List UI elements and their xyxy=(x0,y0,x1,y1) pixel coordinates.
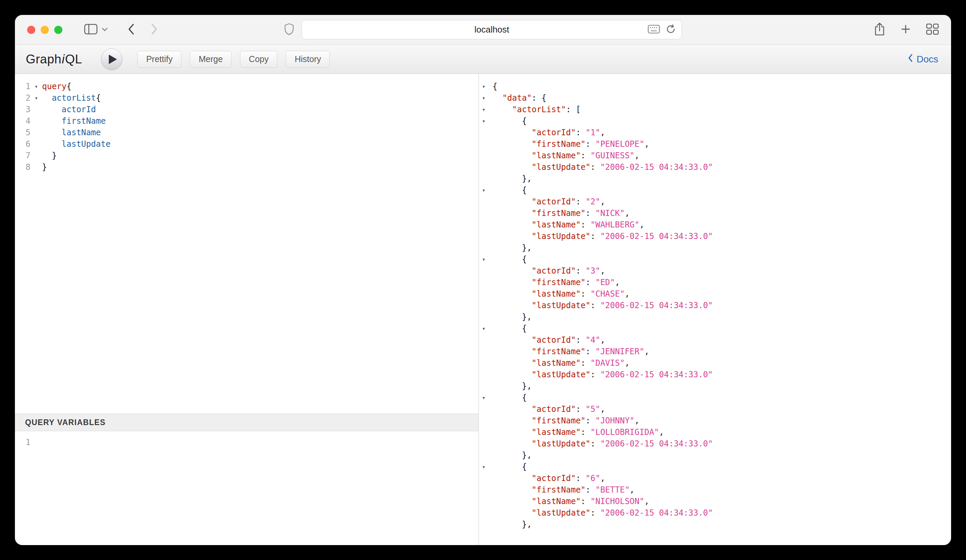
result-text: "lastUpdate": "2006-02-15 04:34:33.0" xyxy=(493,300,713,311)
result-text: "actorList": [ xyxy=(493,104,581,115)
fold-gutter xyxy=(479,196,493,207)
reload-icon[interactable] xyxy=(665,24,676,36)
fold-gutter xyxy=(479,357,493,369)
merge-button[interactable]: Merge xyxy=(190,51,232,68)
line-number: 6 xyxy=(15,138,31,150)
address-bar[interactable]: localhost xyxy=(302,20,682,39)
result-line: "lastName": "CHASE", xyxy=(479,288,951,300)
share-icon xyxy=(874,22,886,37)
zoom-button[interactable] xyxy=(54,26,62,34)
result-line: "lastName": "GUINESS", xyxy=(479,150,951,161)
sidebar-chevron[interactable] xyxy=(102,27,108,33)
result-text: "lastName": "WAHLBERG", xyxy=(493,219,644,230)
back-button[interactable] xyxy=(127,23,135,36)
query-variables-title: QUERY VARIABLES xyxy=(25,418,106,427)
execute-button[interactable] xyxy=(101,48,122,70)
query-variables-header[interactable]: QUERY VARIABLES xyxy=(15,414,478,431)
result-text: "lastUpdate": "2006-02-15 04:34:33.0" xyxy=(493,438,713,450)
fold-gutter xyxy=(479,346,493,357)
result-text: "actorId": "3", xyxy=(493,265,605,277)
browser-window: localhost xyxy=(15,15,951,545)
toolbar-buttons: Prettify Merge Copy History xyxy=(137,51,330,68)
fold-gutter xyxy=(479,473,493,484)
forward-button[interactable] xyxy=(151,23,158,36)
code-text: lastUpdate xyxy=(42,138,110,150)
sidebar-toggle-button[interactable] xyxy=(84,24,98,36)
fold-gutter xyxy=(31,161,42,173)
fold-toggle-icon[interactable]: ▾ xyxy=(479,461,493,473)
url-text: localhost xyxy=(475,25,509,35)
window-controls xyxy=(27,26,62,34)
fold-gutter xyxy=(479,311,493,323)
result-viewer[interactable]: ▾{▾ "data": {▾ "actorList": [▾ { "actorI… xyxy=(479,74,951,545)
line-number: 1 xyxy=(15,80,31,92)
fold-gutter xyxy=(479,415,493,427)
fold-toggle-icon[interactable]: ▾ xyxy=(479,254,493,265)
docs-button[interactable]: Docs xyxy=(906,54,940,65)
result-line: "lastName": "NICHOLSON", xyxy=(479,496,951,507)
result-text: "actorId": "1", xyxy=(493,127,605,138)
shield-icon[interactable] xyxy=(284,23,294,37)
result-text: "lastName": "GUINESS", xyxy=(493,150,640,161)
result-text: "lastUpdate": "2006-02-15 04:34:33.0" xyxy=(493,369,713,380)
new-tab-button[interactable] xyxy=(900,24,911,36)
fold-gutter xyxy=(479,219,493,230)
fold-gutter xyxy=(479,173,493,184)
result-line: "actorId": "1", xyxy=(479,127,951,138)
fold-toggle-icon[interactable]: ▾ xyxy=(479,323,493,334)
logo-italic-i: i xyxy=(62,52,65,66)
code-text: query{ xyxy=(42,80,72,92)
address-bar-group: localhost xyxy=(284,20,682,39)
fold-toggle-icon[interactable]: ▾ xyxy=(479,92,493,104)
history-button[interactable]: History xyxy=(286,51,330,68)
fold-toggle-icon[interactable]: ▾ xyxy=(31,80,42,92)
fold-toggle-icon[interactable]: ▾ xyxy=(479,392,493,403)
fold-gutter xyxy=(479,138,493,150)
fold-gutter xyxy=(479,265,493,277)
translate-icon[interactable] xyxy=(648,25,660,35)
fold-toggle-icon[interactable]: ▾ xyxy=(31,92,42,104)
result-text: "lastName": "CHASE", xyxy=(493,288,630,300)
tab-overview-button[interactable] xyxy=(926,23,939,36)
result-text: "firstName": "NICK", xyxy=(493,207,630,219)
prettify-button[interactable]: Prettify xyxy=(137,51,181,68)
result-line: ▾{ xyxy=(479,80,951,92)
fold-gutter xyxy=(479,230,493,242)
address-bar-accessories xyxy=(648,20,676,39)
result-line: ▾ "actorList": [ xyxy=(479,104,951,115)
close-button[interactable] xyxy=(27,26,35,34)
code-text: } xyxy=(42,150,57,161)
code-line: 7 } xyxy=(15,150,478,161)
copy-button[interactable]: Copy xyxy=(240,51,277,68)
result-text: }, xyxy=(493,450,532,461)
fold-toggle-icon[interactable]: ▾ xyxy=(479,115,493,127)
share-button[interactable] xyxy=(874,22,886,37)
logo-text: Graph xyxy=(26,52,61,66)
fold-gutter xyxy=(479,127,493,138)
fold-gutter xyxy=(479,150,493,161)
result-line: "actorId": "6", xyxy=(479,473,951,484)
fold-gutter xyxy=(31,104,42,115)
code-text: lastName xyxy=(42,127,101,138)
result-line: "actorId": "2", xyxy=(479,196,951,207)
fold-gutter xyxy=(479,277,493,288)
fold-gutter xyxy=(479,496,493,507)
result-line: }, xyxy=(479,450,951,461)
result-text: { xyxy=(493,184,527,196)
query-editor[interactable]: 1▾query{2▾ actorList{3 actorId4 firstNam… xyxy=(15,74,478,414)
result-text: { xyxy=(493,80,497,92)
fold-toggle-icon[interactable]: ▾ xyxy=(479,80,493,92)
result-text: }, xyxy=(493,242,532,254)
fold-toggle-icon[interactable]: ▾ xyxy=(479,184,493,196)
result-line: }, xyxy=(479,380,951,392)
fold-toggle-icon[interactable]: ▾ xyxy=(479,104,493,115)
result-line: ▾ { xyxy=(479,184,951,196)
result-line: "lastUpdate": "2006-02-15 04:34:33.0" xyxy=(479,507,951,519)
fold-gutter xyxy=(31,138,42,150)
result-text: }, xyxy=(493,380,532,392)
fold-gutter xyxy=(479,427,493,438)
variables-editor[interactable]: 1 xyxy=(15,431,478,545)
minimize-button[interactable] xyxy=(41,26,49,34)
result-line: }, xyxy=(479,519,951,530)
code-line: 1▾query{ xyxy=(15,80,478,92)
